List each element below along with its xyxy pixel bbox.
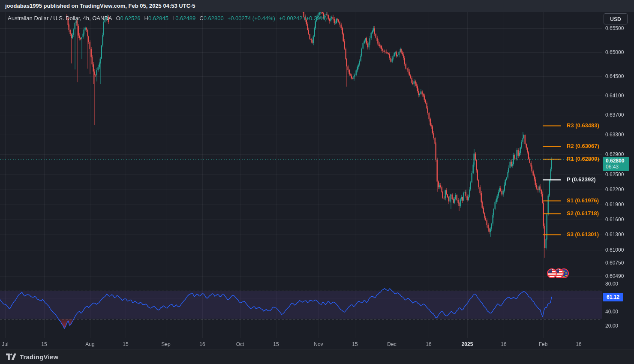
rsi-tick: 40.00 xyxy=(605,309,618,315)
tradingview-chart-widget: joodabas1995 published on TradingView.co… xyxy=(0,0,634,364)
time-label: 15 xyxy=(123,341,128,347)
symbol-title[interactable]: Australian Dollar / U.S. Dollar, 4h, OAN… xyxy=(8,15,112,21)
price-axis-divider xyxy=(602,12,602,349)
time-label: Sep xyxy=(161,341,170,347)
close-label: C xyxy=(199,15,203,21)
time-label: 15 xyxy=(352,341,358,347)
pivot-label-s1: S1 (0.61976) xyxy=(567,197,599,204)
price-tick: 0.65500 xyxy=(605,25,624,31)
time-label: 15 xyxy=(41,341,47,347)
close-value: 0.62800 xyxy=(204,15,224,21)
price-tick: 0.64100 xyxy=(605,93,624,99)
open-label: O xyxy=(116,15,120,21)
price-tick: 0.61600 xyxy=(605,217,624,223)
price-tick: 0.64500 xyxy=(605,73,624,79)
price-tick: 0.61300 xyxy=(605,232,624,238)
high-label: H xyxy=(144,15,148,21)
pivot-label-s3: S3 (0.61301) xyxy=(567,231,599,238)
price-tick: 0.60490 xyxy=(605,273,624,279)
last-price-badge: 0.62800 06:43 xyxy=(603,157,629,171)
pivot-label-p: P (0.62392) xyxy=(567,176,596,183)
price-tick: 0.65000 xyxy=(605,49,624,55)
chart-legend: Australian Dollar / U.S. Dollar, 4h, OAN… xyxy=(8,15,327,21)
pivot-label-s2: S2 (0.61718) xyxy=(567,210,599,217)
pivot-label-r3: R3 (0.63483) xyxy=(567,122,599,129)
pane-divider[interactable] xyxy=(0,281,602,281)
time-label: 16 xyxy=(501,341,506,347)
rsi-tick: 20.00 xyxy=(605,323,618,329)
currency-toggle-button[interactable]: USD xyxy=(604,13,628,24)
change-value: +0.00274 (+0.44%) xyxy=(228,15,275,21)
price-tick: 0.61000 xyxy=(605,247,624,253)
tradingview-logo-icon[interactable] xyxy=(6,353,16,360)
time-label: 15 xyxy=(273,341,279,347)
time-label: 16 xyxy=(426,341,431,347)
time-label: Aug xyxy=(85,341,94,347)
us-flag-event-icon[interactable] xyxy=(547,268,557,278)
time-label: Dec xyxy=(387,341,396,347)
time-axis[interactable]: Jul15Aug15Sep16Oct15Nov15Dec16202516Feb1… xyxy=(0,339,634,349)
rsi-value-badge: 61.12 xyxy=(603,293,623,301)
price-tick: 0.61900 xyxy=(605,202,624,208)
low-value: 0.62489 xyxy=(175,15,195,21)
published-header: joodabas1995 published on TradingView.co… xyxy=(0,0,634,12)
rsi-tick: 80.00 xyxy=(605,281,618,287)
change-value-2: +0.00242 (+0.39%) xyxy=(279,15,327,21)
pivot-label-r1: R1 (0.62809) xyxy=(567,156,599,162)
footer-bar: TradingView xyxy=(0,349,634,364)
price-tick: 0.63700 xyxy=(605,112,624,118)
price-tick: 0.62500 xyxy=(605,171,624,177)
last-price-value: 0.62800 xyxy=(606,158,629,164)
price-tick: 0.63300 xyxy=(605,132,624,138)
time-label: 16 xyxy=(199,341,205,347)
time-label: Jul xyxy=(2,341,8,347)
bar-countdown: 06:43 xyxy=(606,164,629,170)
tradingview-brand-text[interactable]: TradingView xyxy=(20,353,58,361)
time-label: Oct xyxy=(236,341,244,347)
published-header-text: joodabas1995 published on TradingView.co… xyxy=(5,3,195,9)
time-label: Nov xyxy=(314,341,323,347)
pivot-label-r2: R2 (0.63067) xyxy=(567,143,599,149)
price-chart-canvas[interactable] xyxy=(0,0,634,364)
price-tick: 0.60750 xyxy=(605,260,624,266)
time-label: Feb xyxy=(539,341,548,347)
price-tick: 0.62200 xyxy=(605,187,624,193)
high-value: 0.62845 xyxy=(148,15,168,21)
time-label: 16 xyxy=(576,341,581,347)
open-value: 0.62526 xyxy=(120,15,141,21)
time-label: 2025 xyxy=(462,341,473,347)
